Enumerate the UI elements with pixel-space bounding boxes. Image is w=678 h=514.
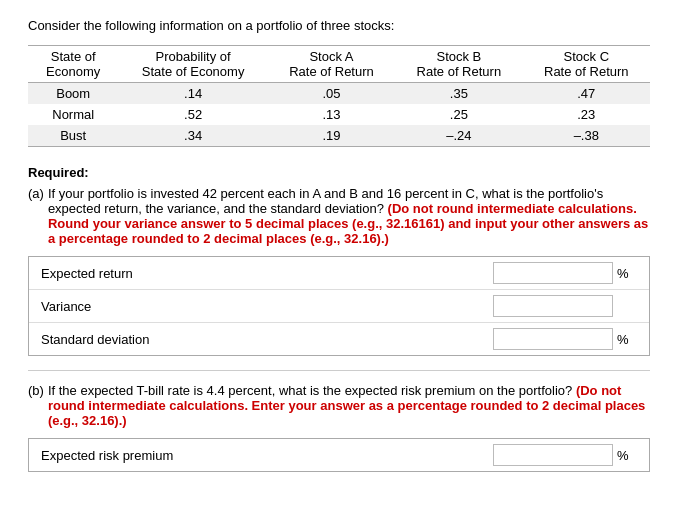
part-a-text: If your portfolio is invested 42 percent…	[48, 186, 650, 246]
part-b-section: (b) If the expected T-bill rate is 4.4 p…	[28, 370, 650, 472]
input-row: Standard deviation%	[29, 323, 649, 355]
input-field[interactable]	[493, 262, 613, 284]
table-row: Boom.14.05.35.47	[28, 83, 650, 105]
input-label: Expected risk premium	[41, 448, 493, 463]
col-header-stocka: Stock ARate of Return	[268, 46, 395, 83]
input-label: Expected return	[41, 266, 493, 281]
col-header-prob: Probability ofState of Economy	[118, 46, 267, 83]
table-cell-stockA: .13	[268, 104, 395, 125]
col-header-stockb: Stock BRate of Return	[395, 46, 522, 83]
stocks-table: State ofEconomy Probability ofState of E…	[28, 45, 650, 147]
table-cell-stockB: –.24	[395, 125, 522, 147]
input-label: Variance	[41, 299, 493, 314]
table-row: Normal.52.13.25.23	[28, 104, 650, 125]
table-row: Bust.34.19–.24–.38	[28, 125, 650, 147]
table-cell-stockC: .47	[523, 83, 650, 105]
input-row: Variance	[29, 290, 649, 323]
table-cell-stockB: .25	[395, 104, 522, 125]
part-b-letter: (b)	[28, 383, 44, 428]
required-section: Required: (a) If your portfolio is inves…	[28, 165, 650, 356]
input-field[interactable]	[493, 444, 613, 466]
input-label: Standard deviation	[41, 332, 493, 347]
table-cell-state: Boom	[28, 83, 118, 105]
input-field[interactable]	[493, 328, 613, 350]
table-cell-prob: .14	[118, 83, 267, 105]
input-field[interactable]	[493, 295, 613, 317]
part-b-text: If the expected T-bill rate is 4.4 perce…	[48, 383, 650, 428]
table-cell-stockC: .23	[523, 104, 650, 125]
input-suffix: %	[617, 332, 637, 347]
part-a-label: (a) If your portfolio is invested 42 per…	[28, 186, 650, 246]
table-cell-stockC: –.38	[523, 125, 650, 147]
table-cell-stockA: .19	[268, 125, 395, 147]
table-cell-stockA: .05	[268, 83, 395, 105]
table-cell-state: Normal	[28, 104, 118, 125]
input-suffix: %	[617, 448, 637, 463]
part-a-letter: (a)	[28, 186, 44, 246]
part-b-text-normal: If the expected T-bill rate is 4.4 perce…	[48, 383, 572, 398]
required-label: Required:	[28, 165, 650, 180]
part-b-label: (b) If the expected T-bill rate is 4.4 p…	[28, 383, 650, 428]
col-header-state: State ofEconomy	[28, 46, 118, 83]
input-row: Expected return%	[29, 257, 649, 290]
table-cell-state: Bust	[28, 125, 118, 147]
table-cell-prob: .52	[118, 104, 267, 125]
col-header-stockc: Stock CRate of Return	[523, 46, 650, 83]
table-cell-prob: .34	[118, 125, 267, 147]
intro-text: Consider the following information on a …	[28, 18, 650, 33]
part-b-input-group: Expected risk premium%	[28, 438, 650, 472]
part-a-input-group: Expected return%VarianceStandard deviati…	[28, 256, 650, 356]
input-row: Expected risk premium%	[29, 439, 649, 471]
table-cell-stockB: .35	[395, 83, 522, 105]
input-suffix: %	[617, 266, 637, 281]
